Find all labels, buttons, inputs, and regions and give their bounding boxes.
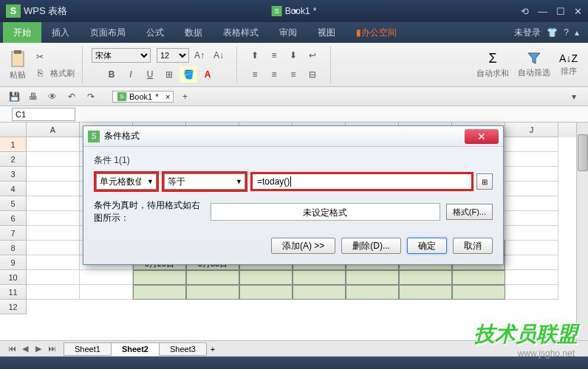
cell[interactable] <box>505 241 558 255</box>
col-header[interactable]: J <box>505 123 558 137</box>
cell[interactable] <box>505 226 558 241</box>
align-left-icon[interactable]: ≡ <box>246 66 264 83</box>
formula-input[interactable]: =today() <box>250 172 474 191</box>
cell[interactable] <box>239 285 293 300</box>
delete-button[interactable]: 删除(D)... <box>341 238 401 254</box>
cell[interactable] <box>80 285 133 300</box>
preview-icon[interactable]: 👁 <box>44 89 61 104</box>
cell[interactable] <box>452 285 505 300</box>
sheet-next-icon[interactable]: ▶ <box>33 344 44 354</box>
tab-list-icon[interactable]: ▾ <box>566 89 582 104</box>
underline-button[interactable]: U <box>141 66 159 83</box>
sync-icon[interactable]: ⟲ <box>521 6 529 17</box>
menu-layout[interactable]: 页面布局 <box>80 27 136 39</box>
row-header[interactable]: 2 <box>0 152 27 167</box>
row-header[interactable]: 9 <box>0 255 27 270</box>
align-right-icon[interactable]: ≡ <box>284 66 302 83</box>
row-header[interactable]: 1 <box>0 137 27 152</box>
sheet-first-icon[interactable]: ⏮ <box>6 344 18 354</box>
new-sheet-icon[interactable]: + <box>211 345 215 354</box>
border-button[interactable]: ⊞ <box>160 66 178 83</box>
cell[interactable] <box>505 137 558 152</box>
font-color-button[interactable]: A <box>199 66 216 83</box>
merge-icon[interactable]: ⊟ <box>304 66 321 83</box>
cell[interactable] <box>133 270 186 285</box>
cell[interactable] <box>186 285 239 300</box>
row-header[interactable]: 3 <box>0 167 27 182</box>
sheet-prev-icon[interactable]: ◀ <box>19 344 31 354</box>
vertical-scrollbar[interactable] <box>576 123 588 341</box>
wrap-icon[interactable]: ↩ <box>304 47 321 63</box>
align-center-icon[interactable]: ≡ <box>265 66 283 83</box>
cell[interactable] <box>346 270 399 285</box>
cell[interactable] <box>399 270 452 285</box>
copy-icon[interactable]: ⎘ <box>31 65 49 81</box>
row-header[interactable]: 6 <box>0 211 27 226</box>
cell[interactable] <box>505 255 558 270</box>
minimize-icon[interactable]: — <box>538 6 547 17</box>
row-header[interactable]: 7 <box>0 226 27 241</box>
sheet-tab[interactable]: Sheet2 <box>111 342 160 356</box>
cell[interactable] <box>133 285 186 300</box>
fill-color-button[interactable]: 🪣 <box>180 66 197 83</box>
cell[interactable] <box>27 270 80 285</box>
name-box[interactable]: C1 <box>12 108 75 121</box>
close-icon[interactable]: ✕ <box>574 6 582 17</box>
maximize-icon[interactable]: ☐ <box>556 6 565 17</box>
cell[interactable] <box>505 211 558 226</box>
save-icon[interactable]: 💾 <box>6 89 22 104</box>
align-bot-icon[interactable]: ⬇ <box>284 47 302 63</box>
cell[interactable] <box>293 285 346 300</box>
cut-icon[interactable]: ✂ <box>31 49 49 65</box>
cell[interactable] <box>27 167 80 182</box>
row-header[interactable]: 12 <box>0 300 27 314</box>
dialog-close-button[interactable]: ✕ <box>465 129 499 144</box>
cell[interactable] <box>505 167 558 182</box>
condition-type-select[interactable]: 单元格数值 <box>96 173 157 190</box>
tab-close-icon[interactable]: × <box>165 92 170 101</box>
cell[interactable] <box>505 270 558 285</box>
cell[interactable] <box>505 152 558 167</box>
dialog-titlebar[interactable]: S 条件格式 ✕ <box>83 126 503 147</box>
cell[interactable] <box>452 270 505 285</box>
bold-button[interactable]: B <box>103 66 120 83</box>
document-tab[interactable]: S Book1 * × <box>112 91 174 103</box>
menu-formula[interactable]: 公式 <box>136 27 174 39</box>
size-select[interactable]: 12 <box>157 48 189 63</box>
print-icon[interactable]: 🖶 <box>25 89 41 104</box>
menu-view[interactable]: 视图 <box>307 27 346 39</box>
menu-style[interactable]: 表格样式 <box>213 27 269 39</box>
sheet-last-icon[interactable]: ⏭ <box>46 344 58 354</box>
cancel-button[interactable]: 取消 <box>453 238 493 254</box>
cell[interactable] <box>80 270 133 285</box>
range-picker-button[interactable]: ⊞ <box>476 173 493 190</box>
cell[interactable] <box>346 285 399 300</box>
select-all-corner[interactable] <box>0 123 27 137</box>
ok-button[interactable]: 确定 <box>407 238 447 254</box>
menu-start[interactable]: 开始 <box>3 22 41 43</box>
menu-insert[interactable]: 插入 <box>41 27 80 39</box>
cell[interactable] <box>27 152 80 167</box>
format-brush[interactable]: 格式刷 <box>50 68 75 79</box>
format-button[interactable]: 格式(F)... <box>446 204 493 220</box>
cell[interactable] <box>27 211 80 226</box>
cell[interactable] <box>239 270 293 285</box>
cell[interactable] <box>293 270 346 285</box>
menu-data[interactable]: 数据 <box>174 27 213 39</box>
row-header[interactable]: 8 <box>0 241 27 255</box>
increase-font-icon[interactable]: A↑ <box>191 47 208 63</box>
paste-button[interactable]: 粘贴 <box>9 49 27 80</box>
help-icon[interactable]: ? <box>564 27 569 38</box>
col-header[interactable]: A <box>27 123 80 137</box>
decrease-font-icon[interactable]: A↓ <box>210 47 228 63</box>
cell[interactable] <box>27 285 80 300</box>
cell[interactable] <box>27 226 80 241</box>
cell[interactable] <box>399 285 452 300</box>
row-header[interactable]: 4 <box>0 182 27 196</box>
login-status[interactable]: 未登录 <box>514 27 541 39</box>
add-button[interactable]: 添加(A) >> <box>271 238 335 254</box>
cell[interactable] <box>186 270 239 285</box>
cell[interactable] <box>505 182 558 196</box>
cell[interactable] <box>505 196 558 211</box>
skin-icon[interactable]: 👕 <box>547 27 558 38</box>
